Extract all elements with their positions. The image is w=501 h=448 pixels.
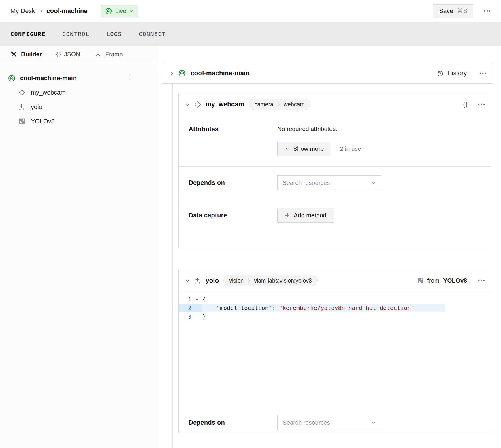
mode-builder[interactable]: Builder — [10, 51, 42, 58]
part-overflow-menu[interactable] — [479, 72, 486, 74]
depends-on-placeholder: Search resources — [282, 419, 371, 426]
attributes-in-use-count: 2 in use — [340, 145, 361, 152]
resource-tree: cool-machine-main my_webcam — [0, 63, 158, 129]
depends-on-select[interactable]: Search resources — [277, 175, 381, 190]
line-number: 3 — [179, 312, 191, 321]
save-button-label: Save — [439, 7, 453, 15]
tools-icon — [10, 51, 17, 58]
config-main-panel: cool-machine-main History — [158, 46, 501, 448]
breadcrumb-parent[interactable]: My Desk — [10, 7, 35, 15]
attributes-content: No required attributes. Show more 2 in u… — [277, 125, 361, 156]
machine-part-title: cool-machine-main — [191, 69, 250, 77]
from-label: from — [427, 277, 439, 284]
webcam-header-actions — [463, 101, 485, 108]
tab-logs[interactable]: LOGS — [106, 31, 122, 37]
from-module-link[interactable]: from YOLOv8 — [417, 277, 467, 284]
top-bar: My Desk cool-machine Live Save ⌘S — [0, 0, 501, 22]
data-capture-label: Data capture — [189, 208, 277, 223]
depends-on-section: Depends on Search resources — [179, 166, 491, 199]
save-button[interactable]: Save ⌘S — [433, 4, 473, 18]
tree-item-label: YOLOv8 — [31, 118, 54, 125]
machine-status-dropdown[interactable]: Live — [101, 5, 138, 17]
tab-control[interactable]: CONTROL — [62, 31, 90, 37]
tree-item-my-webcam[interactable]: my_webcam — [0, 85, 158, 100]
code-line-active: 2 "model_location": "keremberke/yolov8n-… — [179, 304, 491, 312]
depends-on-select[interactable]: Search resources — [277, 415, 381, 430]
data-capture-section: Data capture Add method — [179, 199, 491, 248]
line-number: 2 — [179, 304, 191, 312]
resource-model: viam-labs:vision:yolov8 — [254, 277, 312, 284]
mode-frame[interactable]: Frame — [95, 51, 123, 58]
depends-on-label: Depends on — [189, 175, 277, 190]
code-text: } — [202, 312, 206, 321]
line-number: 1 — [179, 295, 191, 304]
chevron-down-icon — [129, 9, 133, 13]
sparkles-icon — [194, 277, 202, 285]
code-line: 3 } — [179, 312, 491, 321]
attributes-actions: Show more 2 in use — [277, 142, 361, 156]
fold-chevron-icon[interactable] — [191, 295, 202, 304]
tree-connector-line — [172, 84, 173, 448]
tab-connect[interactable]: CONNECT — [139, 31, 166, 37]
chevron-down-icon — [371, 420, 376, 425]
webcam-resource-card: my_webcam camera webcam Attributes — [178, 94, 491, 248]
resource-name: yolo — [206, 277, 219, 284]
resource-type-badge: camera webcam — [249, 99, 310, 110]
tree-item-yolo[interactable]: yolo — [0, 100, 158, 114]
main-tab-bar: CONFIGURE CONTROL LOGS CONNECT — [0, 22, 501, 46]
tree-item-machine-part[interactable]: cool-machine-main — [0, 71, 158, 85]
attributes-section: Attributes No required attributes. Show … — [179, 115, 491, 166]
machine-status-label: Live — [115, 7, 126, 14]
json-key: "model_location" — [216, 304, 272, 311]
attributes-label: Attributes — [189, 125, 277, 156]
resource-model: webcam — [284, 101, 305, 108]
attributes-json-editor[interactable]: 1 { 2 "model_location": "keremberke/yolo… — [179, 291, 491, 412]
pill-chevron-icon — [277, 101, 280, 108]
frame-icon — [95, 51, 101, 58]
module-icon — [417, 278, 423, 284]
tree-item-label: yolo — [31, 103, 42, 111]
webcam-overflow-menu[interactable] — [478, 103, 485, 105]
config-sidebar: Builder JSON Frame — [0, 46, 158, 448]
chevron-right-icon[interactable] — [169, 71, 174, 76]
json-mode-icon[interactable] — [463, 101, 467, 108]
history-button[interactable]: History — [437, 70, 467, 77]
topbar-overflow-menu[interactable] — [484, 10, 491, 12]
view-mode-switcher: Builder JSON Frame — [0, 46, 158, 63]
depends-on-label: Depends on — [189, 419, 277, 426]
tree-item-yolov8-module[interactable]: YOLOv8 — [0, 114, 158, 129]
fold-spacer — [191, 312, 202, 321]
json-string-value: "keremberke/yolov8n-hard-hat-detection" — [279, 304, 415, 311]
show-more-label: Show more — [293, 145, 324, 152]
breadcrumb-chevron-icon — [39, 9, 43, 13]
from-module-name: YOLOv8 — [443, 277, 467, 284]
tab-configure[interactable]: CONFIGURE — [10, 31, 46, 37]
content-area: Builder JSON Frame — [0, 46, 501, 448]
tree-item-label: my_webcam — [31, 89, 66, 96]
camera-component-icon — [194, 101, 202, 108]
code-text: { — [202, 295, 206, 304]
resource-type-badge: vision viam-labs:vision:yolov8 — [223, 275, 317, 286]
collapse-chevron-icon[interactable] — [185, 102, 190, 107]
mode-frame-label: Frame — [105, 51, 123, 58]
yolo-resource-card: yolo vision viam-labs:vision:yolov8 — [178, 270, 491, 433]
tree-item-label: cool-machine-main — [20, 75, 77, 82]
chevron-down-icon — [371, 180, 376, 185]
resource-type: camera — [255, 101, 273, 108]
chevron-down-icon — [285, 146, 289, 151]
yolo-overflow-menu[interactable] — [478, 280, 485, 281]
collapse-chevron-icon[interactable] — [185, 278, 190, 283]
resource-name: my_webcam — [206, 101, 244, 108]
show-more-button[interactable]: Show more — [277, 142, 331, 156]
broadcast-icon — [105, 7, 112, 15]
camera-component-icon — [18, 89, 26, 96]
code-text: "model_location": "keremberke/yolov8n-ha… — [202, 304, 414, 312]
add-resource-button[interactable] — [126, 73, 136, 83]
attributes-empty-text: No required attributes. — [277, 125, 361, 132]
add-method-button[interactable]: Add method — [277, 208, 334, 223]
mode-json-label: JSON — [64, 51, 80, 58]
mode-json[interactable]: JSON — [56, 51, 80, 58]
history-label: History — [447, 70, 467, 77]
yolo-header-actions: from YOLOv8 — [417, 277, 485, 284]
viam-app: My Desk cool-machine Live Save ⌘S — [0, 0, 501, 448]
